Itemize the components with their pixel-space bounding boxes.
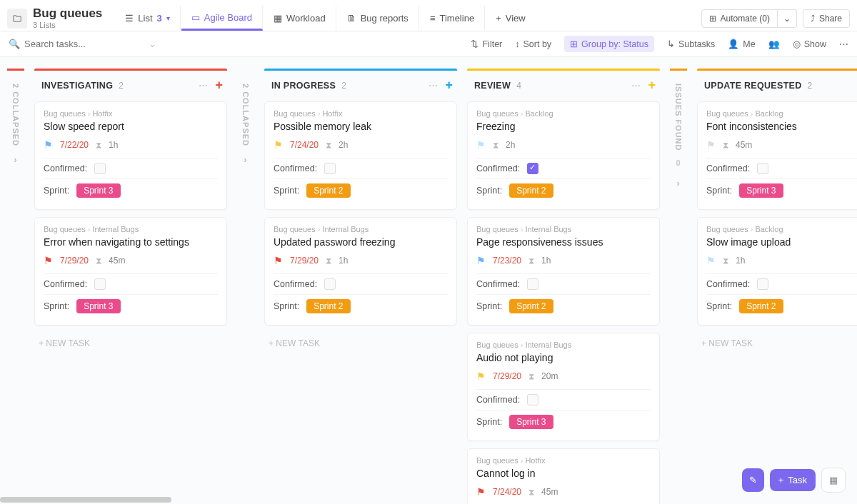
confirmed-checkbox[interactable] <box>527 394 538 405</box>
new-task-link[interactable]: + NEW TASK <box>264 333 457 354</box>
automate-dropdown[interactable]: ⌄ <box>778 9 797 28</box>
dots-icon[interactable]: ⋯ <box>428 80 438 91</box>
task-card[interactable]: Bug queues›Backlog Slow image upload ⚑ ⧗… <box>697 217 857 326</box>
task-card[interactable]: Bug queues›Hotfix Cannot log in ⚑ 7/24/2… <box>467 448 660 504</box>
task-card[interactable]: Bug queues›Internal Bugs Updated passwor… <box>264 217 457 326</box>
confirmed-checkbox[interactable] <box>94 163 106 174</box>
quick-create-button[interactable]: ✎ <box>742 468 764 492</box>
plus-icon: + <box>778 475 784 485</box>
new-task-button[interactable]: +Task <box>770 469 816 491</box>
sprint-pill[interactable]: Sprint 2 <box>509 299 553 313</box>
confirmed-row: Confirmed: <box>274 158 448 178</box>
confirmed-label: Confirmed: <box>706 163 750 173</box>
collapsed-column[interactable]: 2 COLLAPSED› <box>7 69 24 165</box>
breadcrumb: Bug queues›Hotfix <box>476 456 651 465</box>
task-card[interactable]: Bug queues›Backlog Freezing ⚑ ⧗ 2h Confi… <box>467 101 660 210</box>
confirmed-checkbox[interactable] <box>527 278 538 290</box>
h-scrollbar[interactable] <box>0 497 171 503</box>
new-task-link[interactable]: + NEW TASK <box>34 333 227 354</box>
task-card[interactable]: Bug queues›Internal Bugs Audio not playi… <box>467 333 660 441</box>
tab-view-label: View <box>506 13 526 24</box>
tab-bugreports[interactable]: 🗎 Bug reports <box>337 6 419 31</box>
sprint-row: Sprint: Sprint 3 <box>706 178 857 202</box>
confirmed-checkbox[interactable] <box>757 278 768 290</box>
confirmed-checkbox[interactable] <box>527 163 538 174</box>
flag-icon[interactable]: ⚑ <box>706 255 716 266</box>
flag-icon[interactable]: ⚑ <box>476 371 486 382</box>
collapsed-column[interactable]: ISSUES FOUND0› <box>670 69 687 188</box>
collapsed-label: 2 COLLAPSED <box>11 84 20 146</box>
search-input[interactable] <box>24 39 144 49</box>
meta-row: ⚑ 7/29/20 ⧗ 20m <box>476 371 651 382</box>
confirmed-checkbox[interactable] <box>324 163 336 174</box>
confirmed-row: Confirmed: <box>274 273 448 294</box>
show-button[interactable]: ◎Show <box>793 39 826 49</box>
sprint-pill[interactable]: Sprint 2 <box>739 299 783 313</box>
flag-icon[interactable]: ⚑ <box>706 139 716 151</box>
tab-agile[interactable]: ▭ Agile Board <box>181 6 263 31</box>
task-card[interactable]: Bug queues›Internal Bugs Error when navi… <box>34 217 227 326</box>
dots-icon[interactable]: ⋯ <box>199 80 208 91</box>
board[interactable]: 2 COLLAPSED› INVESTIGATING 2 ⋯ + Bug que… <box>0 57 857 504</box>
tab-add-view[interactable]: + View <box>486 6 536 31</box>
page-title: Bug queues <box>33 7 102 21</box>
task-title: Slow speed report <box>44 121 218 132</box>
apps-button[interactable]: ▦ <box>821 468 846 493</box>
confirmed-row: Confirmed: <box>706 158 857 178</box>
subtasks-button[interactable]: ↳Subtasks <box>667 39 715 49</box>
folder-icon[interactable] <box>7 9 27 29</box>
flag-icon[interactable]: ⚑ <box>274 255 283 266</box>
sprint-pill[interactable]: Sprint 3 <box>76 183 120 198</box>
chevron-down-icon[interactable]: ⌄ <box>149 39 156 49</box>
sprint-pill[interactable]: Sprint 2 <box>306 183 350 198</box>
tab-timeline[interactable]: ≡ Timeline <box>420 6 485 31</box>
task-card[interactable]: Bug queues›Backlog Font inconsistencies … <box>697 101 857 210</box>
sprint-label: Sprint: <box>44 301 69 311</box>
sprint-pill[interactable]: Sprint 2 <box>306 299 350 313</box>
confirmed-checkbox[interactable] <box>757 163 768 174</box>
time-estimate: 45m <box>109 256 125 266</box>
share-button[interactable]: ⤴ Share <box>803 9 850 28</box>
flag-icon[interactable]: ⚑ <box>476 139 486 151</box>
meta-row: ⚑ 7/29/20 ⧗ 45m <box>44 255 218 266</box>
time-estimate: 45m <box>541 487 558 497</box>
collapsed-column[interactable]: 2 COLLAPSED› <box>237 69 254 165</box>
confirmed-checkbox[interactable] <box>324 278 336 290</box>
task-card[interactable]: Bug queues›Hotfix Possible memory leak ⚑… <box>264 101 457 210</box>
flag-icon[interactable]: ⚑ <box>476 255 486 266</box>
filter-button[interactable]: ⇅Filter <box>471 39 502 49</box>
me-button[interactable]: 👤Me <box>728 39 755 49</box>
groupby-button[interactable]: ⊞Group by: Status <box>564 36 654 52</box>
sprint-pill[interactable]: Sprint 3 <box>509 415 553 429</box>
automate-button[interactable]: ⊞ Automate (0) <box>701 9 778 28</box>
task-card[interactable]: Bug queues›Hotfix Slow speed report ⚑ 7/… <box>34 101 227 210</box>
sprint-row: Sprint: Sprint 2 <box>476 294 651 318</box>
page-subtitle: 3 Lists <box>33 21 102 29</box>
sortby-button[interactable]: ↕Sort by <box>515 39 551 49</box>
task-title: Freezing <box>476 121 651 132</box>
tab-workload[interactable]: ▦ Workload <box>264 6 336 31</box>
pencil-icon: ✎ <box>749 475 757 485</box>
column-header: IN PROGRESS 2 ⋯ + <box>264 71 457 101</box>
assignees-button[interactable]: 👥 <box>768 39 780 49</box>
search-field[interactable]: 🔍 ⌄ <box>9 39 151 49</box>
add-task-button[interactable]: + <box>215 78 223 93</box>
add-task-button[interactable]: + <box>648 78 656 93</box>
meta-row: ⚑ 7/22/20 ⧗ 1h <box>44 139 218 151</box>
new-task-link[interactable]: + NEW TASK <box>697 333 857 354</box>
more-menu[interactable]: ⋯ <box>839 39 848 49</box>
share-label: Share <box>819 14 842 24</box>
add-task-button[interactable]: + <box>445 78 453 93</box>
sprint-pill[interactable]: Sprint 3 <box>76 299 120 313</box>
sprint-pill[interactable]: Sprint 3 <box>739 183 783 198</box>
flag-icon[interactable]: ⚑ <box>274 139 283 151</box>
sprint-row: Sprint: Sprint 2 <box>476 178 651 202</box>
dots-icon[interactable]: ⋯ <box>631 80 641 91</box>
confirmed-checkbox[interactable] <box>94 278 106 290</box>
flag-icon[interactable]: ⚑ <box>44 139 53 151</box>
flag-icon[interactable]: ⚑ <box>476 486 486 498</box>
task-card[interactable]: Bug queues›Internal Bugs Page responsive… <box>467 217 660 326</box>
sprint-pill[interactable]: Sprint 2 <box>509 183 553 198</box>
tab-list[interactable]: ☰ List 3 ▾ <box>115 6 180 31</box>
flag-icon[interactable]: ⚑ <box>44 255 53 266</box>
